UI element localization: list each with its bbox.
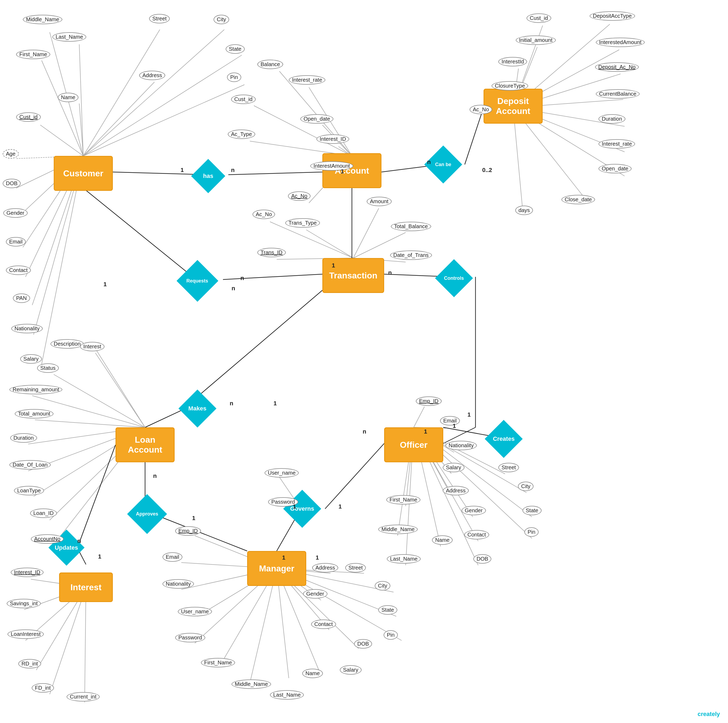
svg-line-19 [228, 172, 322, 175]
attr-dep-intamt: InterestedAmount [596, 38, 645, 47]
card-17: n [362, 428, 366, 435]
svg-line-44 [83, 188, 196, 280]
svg-line-3 [83, 55, 242, 156]
attr-mgr-nationality: Nationality [162, 579, 194, 588]
attr-dep-days: days [515, 205, 533, 215]
attr-loan-interest: Interest [80, 342, 104, 351]
attr-acc-type: Ac_Type [228, 130, 255, 139]
er-diagram: Customer Account Deposit Account Transac… [0, 0, 728, 723]
card-15: n [77, 538, 81, 545]
svg-line-60 [54, 374, 145, 427]
svg-line-1 [83, 29, 160, 156]
attr-mgr-salary: Salary [340, 665, 362, 675]
attr-acc-intrate: Interest_rate [289, 75, 325, 85]
entity-loan-account: Loan Account [116, 427, 174, 462]
attr-acc-opendate: Open_date [300, 114, 333, 124]
svg-line-4 [83, 85, 245, 156]
attr-off-middlename: Middle_Name [378, 525, 418, 534]
attr-loan-desc: Description [50, 339, 84, 349]
svg-line-48 [353, 208, 379, 258]
attr-loan-totamt: Total_amount [15, 409, 54, 418]
attr-acc-acno: Ac_No [288, 191, 310, 201]
attr-off-city: City [518, 482, 534, 491]
attr-cust-street: Street [149, 14, 170, 23]
svg-line-5 [42, 60, 83, 156]
attr-loan-date: Date_Of_Loan [9, 460, 51, 470]
svg-line-62 [35, 420, 145, 427]
card-1: 1 [180, 167, 184, 174]
svg-line-71 [78, 445, 116, 547]
attr-off-firstname: First_Name [386, 495, 421, 504]
attr-cust-gender: Gender [3, 208, 28, 218]
attr-cust-city: City [214, 15, 229, 24]
attr-cust-state: State [226, 44, 245, 54]
svg-line-70 [159, 516, 247, 551]
attr-cust-pan: PAN [13, 294, 30, 303]
card-7: n [240, 275, 244, 282]
attr-cust-contact: Contact [6, 265, 31, 275]
svg-line-95 [325, 443, 384, 509]
attr-off-salary: Salary [443, 463, 465, 472]
attr-off-contact: Contact [464, 530, 489, 539]
attr-mgr-name: Name [302, 669, 323, 678]
attr-mgr-contact: Contact [311, 619, 336, 629]
attr-gov-username: User_name [265, 468, 299, 478]
attr-mgr-lastname: Last_Name [270, 690, 304, 700]
attr-off-gender: Gender [462, 506, 486, 515]
attr-int-curint: Current_int [67, 692, 99, 702]
creately-badge: creately [697, 711, 720, 718]
attr-mgr-dob: DOB [354, 639, 372, 648]
card-13: n [153, 472, 157, 479]
connections-svg [0, 0, 728, 723]
attr-trans-transtype: Trans_Type [285, 218, 320, 228]
attr-cust-custid: Cust_id [16, 112, 41, 122]
svg-line-79 [414, 407, 424, 427]
attr-trans-date: Date_of_Trans [390, 251, 432, 260]
attr-off-empid: Emp_ID [416, 397, 442, 406]
attr-acc-custid: Cust_id [231, 95, 256, 104]
svg-line-68 [95, 353, 145, 427]
attr-mgr-password: Password [175, 633, 205, 642]
attr-mgr-middlename: Middle_Name [232, 679, 271, 689]
attr-dep-custid: Cust_id [526, 14, 551, 23]
card-19: 1 [453, 423, 456, 429]
attr-int-savint: Savings_int [7, 599, 41, 608]
attr-cust-name: Name [58, 93, 78, 102]
attr-cust-pin: Pin [227, 73, 241, 82]
attr-dep-closedate: Close_date [561, 195, 595, 204]
attr-trans-acno: Ac_No [252, 210, 275, 219]
attr-dep-acno: Deposit_Ac_No [595, 62, 639, 72]
attr-loan-status: Status [37, 363, 59, 373]
entity-deposit-account: Deposit Account [483, 89, 543, 124]
entity-account: Account [322, 153, 381, 188]
card-24: 1 [316, 554, 319, 561]
card-2: n [231, 167, 234, 174]
attr-mgr-email: Email [162, 552, 182, 562]
attr-acc-intamt: InterestAmount [310, 161, 353, 171]
attr-off-address: Address [443, 486, 469, 495]
attr-loan-type: LoanType [14, 486, 44, 495]
attr-off-nationality: Nationality [445, 441, 477, 450]
attr-off-pin: Pin [525, 527, 538, 537]
attr-mgr-gender: Gender [303, 589, 327, 599]
card-22: 1 [338, 503, 342, 510]
attr-mgr-username: User_name [178, 607, 212, 616]
attr-off-name: Name [432, 535, 453, 545]
svg-line-6 [79, 44, 83, 156]
card-12: 1 [274, 400, 277, 407]
card-3: 1 [341, 168, 344, 175]
attr-int-rdint: RD_int [18, 659, 41, 668]
attr-loan-accno: AccountNo [31, 534, 64, 544]
attr-cust-age: Age [3, 149, 19, 159]
card-21: 1 [293, 503, 296, 510]
attr-dep-deptype: DepositAccType [590, 11, 635, 21]
attr-trans-id: Trans_ID [257, 248, 286, 257]
attr-acc-intid: Interest_ID [317, 135, 349, 144]
attr-mgr-empid: Emp_ID [175, 526, 201, 536]
attr-loan-dur: Duration [10, 433, 37, 443]
attr-mgr-state: State [378, 605, 397, 615]
svg-line-21 [254, 106, 352, 156]
svg-line-47 [306, 230, 353, 258]
card-20: 1 [467, 411, 471, 418]
svg-line-45 [223, 274, 322, 280]
